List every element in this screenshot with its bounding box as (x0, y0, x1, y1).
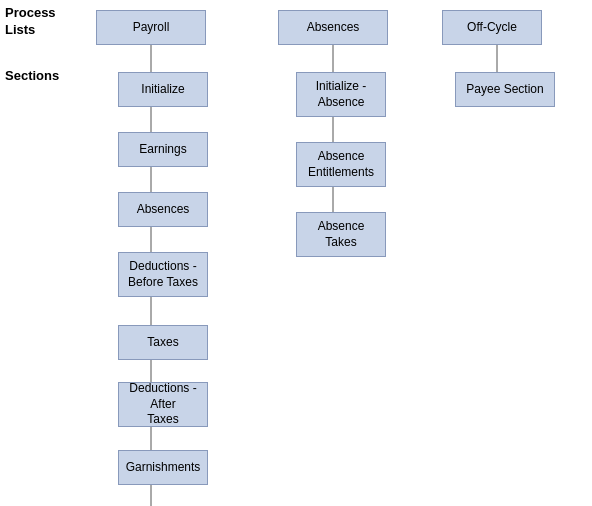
deductions-after-node[interactable]: Deductions - After Taxes (118, 382, 208, 427)
sections-label: Sections (5, 68, 59, 83)
absences-section-node[interactable]: Absences (118, 192, 208, 227)
initialize-node[interactable]: Initialize (118, 72, 208, 107)
payee-section-node[interactable]: Payee Section (455, 72, 555, 107)
payroll-node[interactable]: Payroll (96, 10, 206, 45)
absence-takes-node[interactable]: Absence Takes (296, 212, 386, 257)
deductions-before-node[interactable]: Deductions - Before Taxes (118, 252, 208, 297)
off-cycle-node[interactable]: Off-Cycle (442, 10, 542, 45)
process-lists-label: Process Lists (5, 5, 70, 39)
taxes-node[interactable]: Taxes (118, 325, 208, 360)
init-absence-node[interactable]: Initialize - Absence (296, 72, 386, 117)
absence-entitlements-node[interactable]: Absence Entitlements (296, 142, 386, 187)
garnishments-node[interactable]: Garnishments (118, 450, 208, 485)
absences-top-node[interactable]: Absences (278, 10, 388, 45)
earnings-node[interactable]: Earnings (118, 132, 208, 167)
